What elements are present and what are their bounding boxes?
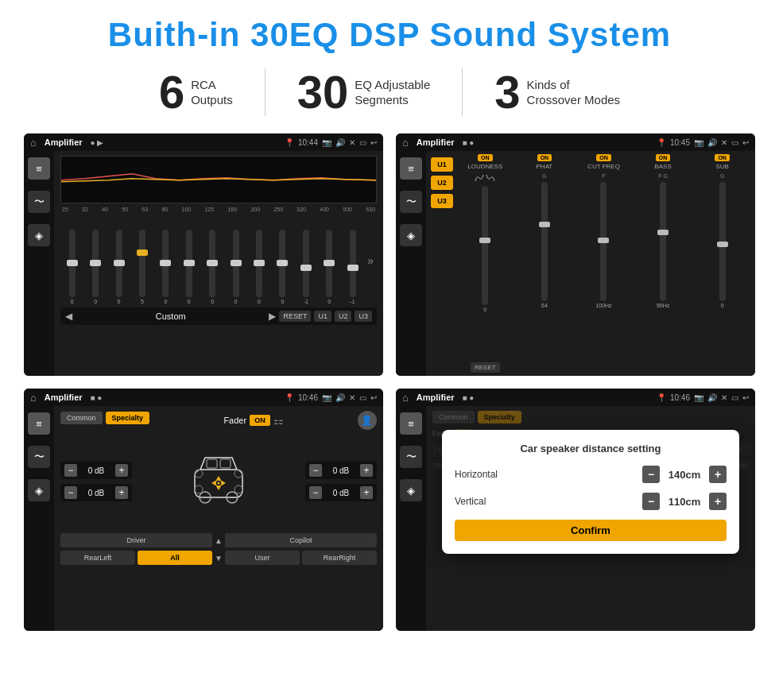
fader-rearleft-button[interactable]: RearLeft xyxy=(60,551,135,565)
fader-driver-button[interactable]: Driver xyxy=(60,533,212,547)
xover-volume-icon: 🔊 xyxy=(707,138,717,147)
fader-copilot-button[interactable]: Copilot xyxy=(225,533,377,547)
fader-app-name: Amplifier xyxy=(45,393,83,402)
dist-sidebar-speaker-icon[interactable]: ◈ xyxy=(400,479,422,501)
eq-reset-button[interactable]: RESET xyxy=(279,311,311,322)
xover-phat-slider[interactable] xyxy=(541,182,548,301)
dist-tab-common[interactable]: Common xyxy=(432,411,475,423)
xover-u2-button[interactable]: U2 xyxy=(431,176,453,190)
dist-sidebar-wave-icon[interactable]: 〜 xyxy=(400,446,422,468)
dist-home-icon[interactable]: ⌂ xyxy=(402,392,409,404)
fader-minus-2[interactable]: − xyxy=(64,486,77,499)
xover-home-icon[interactable]: ⌂ xyxy=(402,137,409,149)
back-icon[interactable]: ↩ xyxy=(370,138,377,147)
xover-phat-on[interactable]: ON xyxy=(537,154,552,161)
dist-vertical-plus[interactable]: + xyxy=(709,493,727,510)
dist-tabs: Common Specialty xyxy=(432,411,749,423)
dist-confirm-button[interactable]: Confirm xyxy=(455,520,727,541)
fader-sidebar-speaker-icon[interactable]: ◈ xyxy=(28,479,50,501)
fader-battery-icon: ▭ xyxy=(359,393,366,402)
fader-db-row-1: − 0 dB + xyxy=(60,462,132,479)
eq-u1-button[interactable]: U1 xyxy=(314,311,331,322)
eq-sidebar-wave-icon[interactable]: 〜 xyxy=(28,191,50,213)
xover-u3-button[interactable]: U3 xyxy=(431,194,453,208)
xover-time: 10:45 xyxy=(670,138,690,147)
dist-vertical-minus[interactable]: − xyxy=(642,493,660,510)
fader-rearright-button[interactable]: RearRight xyxy=(302,551,377,565)
fader-tab-specialty[interactable]: Specialty xyxy=(106,412,150,424)
dist-tab-specialty[interactable]: Specialty xyxy=(478,411,522,423)
dist-back-icon[interactable]: ↩ xyxy=(742,393,749,402)
eq-main-content: 253240506380100125160200250320400500630 … xyxy=(54,151,383,376)
eq-sidebar-speaker-icon[interactable]: ◈ xyxy=(28,224,50,246)
xover-cutfreq-label: CUT FREQ xyxy=(587,163,620,170)
xover-sub-slider[interactable] xyxy=(719,182,726,301)
fader-plus-2[interactable]: + xyxy=(115,486,128,499)
fader-up-icon[interactable]: ▲ xyxy=(215,536,223,545)
fader-db-value-3: 0 dB xyxy=(325,466,357,475)
xover-back-icon[interactable]: ↩ xyxy=(742,138,749,147)
fader-home-icon[interactable]: ⌂ xyxy=(30,392,37,404)
fader-main-content: Common Specialty Fader ON ⚏ 👤 xyxy=(54,406,383,631)
home-icon[interactable]: ⌂ xyxy=(30,137,37,149)
xover-reset-button[interactable]: RESET xyxy=(471,362,500,373)
xover-cutfreq-on[interactable]: ON xyxy=(596,154,611,161)
eq-u3-button[interactable]: U3 xyxy=(355,311,372,322)
stat-eq: 30 EQ AdjustableSegments xyxy=(265,69,463,115)
dist-horizontal-minus[interactable]: − xyxy=(642,466,660,483)
dist-sidebar-eq-icon[interactable]: ≡ xyxy=(400,412,422,435)
fader-user-button[interactable]: User xyxy=(225,551,300,565)
eq-sliders-row: 0 0 0 5 0 0 0 0 0 0 -1 0 -1 » xyxy=(60,217,377,304)
fader-left-controls: − 0 dB + − 0 dB + xyxy=(60,462,132,501)
xover-sidebar-wave-icon[interactable]: 〜 xyxy=(400,191,422,213)
fader-all-button[interactable]: All xyxy=(138,551,212,565)
dist-sidebar: ≡ 〜 ◈ xyxy=(396,406,426,631)
fader-plus-4[interactable]: + xyxy=(360,486,373,499)
svg-point-15 xyxy=(195,470,203,478)
dist-vertical-row: Vertical − 110cm + xyxy=(455,493,727,510)
xover-sidebar-eq-icon[interactable]: ≡ xyxy=(400,157,422,180)
xover-loudness-slider[interactable] xyxy=(482,186,488,305)
xover-sub-on[interactable]: ON xyxy=(715,154,730,161)
eq-sidebar-eq-icon[interactable]: ≡ xyxy=(28,157,50,180)
eq-time: 10:44 xyxy=(298,138,318,147)
screenshots-grid: ⌂ Amplifier ● ▶ 📍 10:44 📷 🔊 ✕ ▭ ↩ ≡ 〜 ◈ xyxy=(24,133,755,631)
eq-u2-button[interactable]: U2 xyxy=(335,311,352,322)
xover-u1-button[interactable]: U1 xyxy=(431,157,453,172)
fader-time: 10:46 xyxy=(298,393,318,402)
fader-sidebar-wave-icon[interactable]: 〜 xyxy=(28,446,50,468)
xover-x-icon: ✕ xyxy=(721,138,727,147)
fader-db-row-3: − 0 dB + xyxy=(305,462,377,479)
fader-back-icon[interactable]: ↩ xyxy=(370,393,377,402)
stat-rca-number: 6 xyxy=(159,69,184,115)
fader-down-icon[interactable]: ▼ xyxy=(215,554,223,563)
fader-sliders-icon: ⚏ xyxy=(273,414,284,427)
eq-expand-icon[interactable]: » xyxy=(364,254,377,267)
xover-loudness-curve xyxy=(475,173,484,183)
fader-plus-3[interactable]: + xyxy=(360,464,373,477)
fader-controls-area: − 0 dB + − 0 dB + xyxy=(60,434,377,529)
dist-battery-icon: ▭ xyxy=(731,393,738,402)
camera-icon: 📷 xyxy=(322,138,331,147)
xover-loudness-on[interactable]: ON xyxy=(478,154,493,161)
eq-app-name: Amplifier xyxy=(45,137,83,147)
xover-sidebar-speaker-icon[interactable]: ◈ xyxy=(400,224,422,246)
fader-plus-1[interactable]: + xyxy=(115,464,128,477)
fader-user-icon[interactable]: 👤 xyxy=(358,411,377,430)
dist-dialog: Car speaker distance setting Horizontal … xyxy=(442,430,739,554)
xover-bass-on[interactable]: ON xyxy=(656,154,671,161)
eq-sidebar: ≡ 〜 ◈ xyxy=(24,151,54,376)
fader-minus-4[interactable]: − xyxy=(309,486,322,499)
eq-slider-4: 5 xyxy=(130,230,153,304)
fader-on-button[interactable]: ON xyxy=(250,415,270,426)
xover-cutfreq-slider[interactable] xyxy=(600,182,607,301)
dist-horizontal-control: − 140cm + xyxy=(642,466,727,483)
xover-bass-slider[interactable] xyxy=(660,182,666,301)
dist-horizontal-plus[interactable]: + xyxy=(709,466,727,483)
fader-sidebar-eq-icon[interactable]: ≡ xyxy=(28,412,50,435)
eq-next-button[interactable]: ▶ xyxy=(269,311,276,322)
fader-minus-1[interactable]: − xyxy=(64,464,77,477)
fader-tab-common[interactable]: Common xyxy=(60,412,103,424)
eq-prev-button[interactable]: ◀ xyxy=(65,311,72,322)
fader-minus-3[interactable]: − xyxy=(309,464,322,477)
